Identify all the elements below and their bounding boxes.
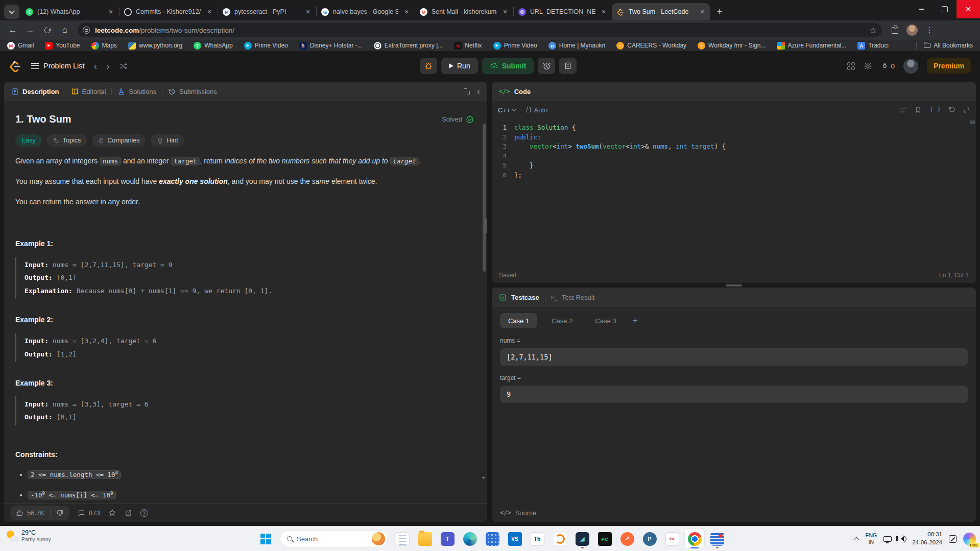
dislike-button[interactable] <box>51 506 69 520</box>
window-close-button[interactable]: ✕ <box>957 0 980 18</box>
timer-button[interactable] <box>538 58 555 74</box>
bookmark-item[interactable]: Home | Mynaukri <box>548 42 605 50</box>
tab-close-icon[interactable]: × <box>304 8 312 16</box>
bookmark-item[interactable]: Netflix <box>454 42 482 50</box>
search-highlight-image[interactable] <box>372 532 385 545</box>
weather-widget[interactable]: 29°C Partly sunny <box>6 529 51 542</box>
editor-scrollbar[interactable] <box>970 121 975 124</box>
taskbar-app-chrome[interactable] <box>684 529 705 549</box>
language-selector[interactable]: C++ <box>498 106 516 114</box>
description-scrollbar[interactable] <box>483 124 486 272</box>
bookmark-item[interactable]: Disney+ Hotstar -... <box>299 42 363 50</box>
submit-button[interactable]: Submit <box>482 58 534 74</box>
taskbar-app-edge[interactable] <box>460 529 480 549</box>
leetcode-logo[interactable] <box>9 60 22 73</box>
language-indicator[interactable]: ENG IN <box>865 532 877 545</box>
bookmark-icon[interactable] <box>915 106 922 113</box>
prev-problem-button[interactable]: ‹ <box>94 60 98 72</box>
tab-solutions[interactable]: Solutions <box>117 88 156 95</box>
browser-tab[interactable]: URL_DETECTION_NEW Dataset× <box>513 3 612 20</box>
back-button[interactable]: ← <box>5 22 20 38</box>
panel-resize-handle-vertical[interactable] <box>484 218 487 233</box>
window-minimize-button[interactable] <box>910 0 933 18</box>
problem-list-button[interactable]: Problem List <box>31 62 85 70</box>
bookmark-item[interactable]: www.python.org <box>128 42 182 50</box>
premium-button[interactable]: Premium <box>927 58 971 74</box>
bookmark-item[interactable]: YouTube <box>45 42 80 50</box>
start-button[interactable] <box>255 529 276 549</box>
bookmark-item[interactable]: Workday fmr - Sign... <box>698 42 766 50</box>
taskbar-app-pycharm[interactable] <box>594 529 615 549</box>
daily-streak[interactable]: 0 <box>881 62 895 70</box>
bookmark-item[interactable]: ExtraTorrent proxy |... <box>374 42 443 50</box>
panel-resize-handle-horizontal[interactable] <box>492 283 976 288</box>
next-problem-button[interactable]: › <box>106 60 110 72</box>
browser-tab[interactable]: Two Sum - LeetCode× <box>612 3 710 20</box>
new-tab-button[interactable]: + <box>712 5 727 19</box>
network-icon[interactable] <box>883 536 892 542</box>
extensions-button[interactable] <box>887 22 902 38</box>
testcase-input[interactable]: 9 <box>500 386 968 403</box>
taskbar-search[interactable]: Search <box>280 530 388 547</box>
case-tab-2[interactable]: Case 2 <box>543 313 581 328</box>
collapse-chevron-icon[interactable]: ‹ <box>477 86 480 97</box>
taskbar-app-server[interactable] <box>707 529 727 549</box>
bookmark-item[interactable]: Prime Video <box>244 42 288 50</box>
clock-widget[interactable]: 08:31 24-06-2024 <box>912 531 942 546</box>
case-tab-1[interactable]: Case 1 <box>500 313 537 328</box>
taskbar-app-postgresql[interactable] <box>639 529 660 549</box>
taskbar-app-teams[interactable] <box>437 529 458 549</box>
browser-tab[interactable]: naive bayes - Google Search× <box>316 3 415 20</box>
reset-icon[interactable] <box>948 106 955 113</box>
difficulty-badge[interactable]: Easy <box>15 134 42 147</box>
badge-companies[interactable]: Companies <box>92 134 146 147</box>
tab-close-icon[interactable]: × <box>501 8 509 16</box>
tab-close-icon[interactable]: × <box>107 8 115 16</box>
expand-icon[interactable] <box>963 107 970 113</box>
profile-avatar[interactable] <box>904 22 920 38</box>
code-editor[interactable]: 1class Solution {2public:3 vector<int> t… <box>492 118 976 268</box>
taskbar-app-blue-grid[interactable] <box>482 529 503 549</box>
format-lines-icon[interactable] <box>899 106 907 114</box>
tab-submissions[interactable]: Submissions <box>168 88 217 95</box>
tab-close-icon[interactable]: × <box>600 8 608 16</box>
browser-tab[interactable]: pytesseract · PyPI× <box>218 3 316 20</box>
gear-icon[interactable] <box>864 62 872 70</box>
auto-save-toggle[interactable]: Auto <box>526 106 548 114</box>
tab-close-icon[interactable]: × <box>698 8 706 16</box>
fullscreen-icon[interactable] <box>464 88 470 94</box>
testcase-tab[interactable]: Testcase <box>499 294 539 301</box>
user-avatar[interactable] <box>903 59 918 74</box>
browser-tab[interactable]: Sent Mail - kishorekumar7286@× <box>415 3 513 20</box>
taskbar-app-chart[interactable] <box>572 529 592 549</box>
add-case-button[interactable]: + <box>631 316 640 326</box>
tab-search-button[interactable] <box>4 5 19 19</box>
apps-grid-icon[interactable] <box>847 62 855 70</box>
taskbar-app-snipping[interactable] <box>662 529 682 549</box>
bookmark-item[interactable]: CAREERS - Workday <box>616 42 686 50</box>
all-bookmarks-button[interactable]: All Bookmarks <box>916 42 973 49</box>
bookmark-item[interactable]: Prime Video <box>493 42 537 50</box>
notes-button[interactable] <box>559 58 577 74</box>
help-button[interactable]: ? <box>140 509 148 517</box>
tab-editorial[interactable]: Editorial <box>71 88 106 95</box>
testcase-input[interactable]: [2,7,11,15] <box>500 348 968 366</box>
taskbar-app-notepad[interactable] <box>392 529 413 549</box>
bookmark-item[interactable]: Maps <box>91 42 117 50</box>
taskbar-app-sync[interactable] <box>549 529 570 549</box>
bookmark-item[interactable]: WhatsApp <box>194 42 232 50</box>
shuffle-icon[interactable] <box>119 62 128 70</box>
home-button[interactable]: ⌂ <box>57 22 73 38</box>
source-label[interactable]: Source <box>515 509 536 517</box>
debug-button[interactable] <box>420 58 437 74</box>
taskbar-app-file-explorer[interactable] <box>415 529 435 549</box>
taskbar-app-thonny[interactable] <box>527 529 547 549</box>
tab-close-icon[interactable]: × <box>402 8 411 16</box>
bookmark-item[interactable]: Traduci <box>857 42 889 50</box>
code-tab[interactable]: </> Code <box>499 88 531 95</box>
address-bar[interactable]: leetcode.com/problems/two-sum/descriptio… <box>78 23 882 37</box>
bookmark-star-icon[interactable]: ☆ <box>870 26 877 35</box>
tab-close-icon[interactable]: × <box>205 8 213 16</box>
test-result-tab[interactable]: >_ Test Result <box>551 294 595 301</box>
taskbar-app-postman[interactable] <box>617 529 637 549</box>
